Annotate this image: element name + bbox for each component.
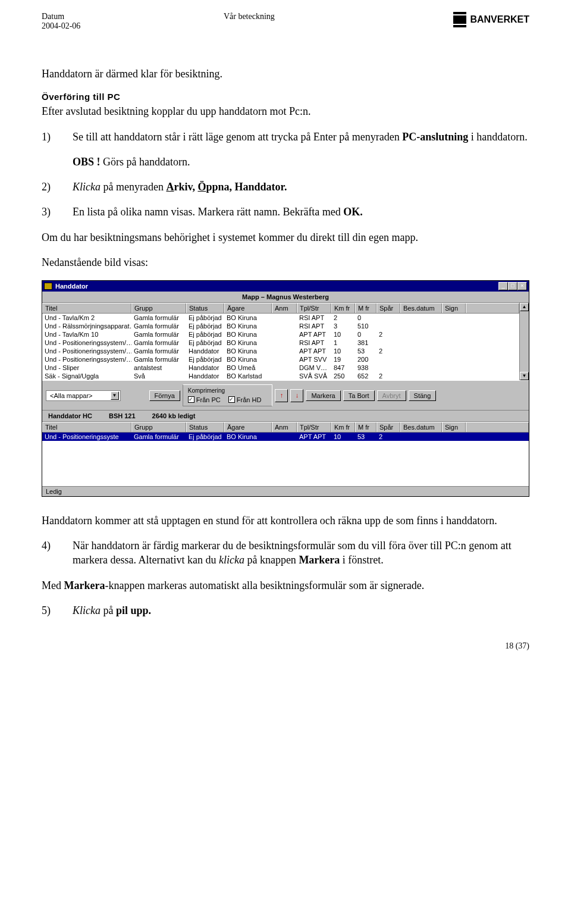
banverket-logo: BANVERKET [453,12,529,27]
table-row[interactable]: Und - Positioneringssyste Gamla formulär… [42,433,529,441]
mapp-dropdown[interactable]: <Alla mappar> ▼ [46,390,121,401]
step-4: 4) När handdatorn är färdig markerar du … [42,538,529,568]
checkbox-fran-hd[interactable]: ✓Från HD [228,396,262,403]
dropdown-value: <Alla mappar> [50,392,93,399]
paragraph: Med Markera-knappen markeras automatiskt… [42,578,529,593]
checkbox-fran-pc[interactable]: ✓Från PC [188,396,221,403]
chevron-down-icon[interactable]: ▼ [111,391,119,400]
grid-body-2[interactable]: Und - Positioneringssyste Gamla formulär… [42,433,529,486]
page-header: Datum 2004-02-06 Vår beteckning BANVERKE… [42,12,529,31]
col-header[interactable]: Grupp [131,303,186,313]
col-header[interactable]: Bes.datum [400,422,442,432]
col-header[interactable]: Tpl/Str [297,422,331,432]
handdator-window: Handdator _ □ × Mapp – Magnus Westerberg… [42,280,529,497]
section-title: Överföring till PC [42,92,529,102]
grid-body[interactable]: Und - Tavla/Km 2Gamla formulärEj påbörja… [42,314,519,380]
logo-text: BANVERKET [470,14,529,25]
col-header[interactable]: Status [186,303,224,313]
col-header[interactable]: M fr [355,422,377,432]
col-header[interactable]: M fr [355,303,377,313]
titlebar[interactable]: Handdator _ □ × [42,281,529,292]
col-header[interactable]: Ägare [224,422,272,432]
stang-button[interactable]: Stäng [409,390,437,401]
vertical-scrollbar[interactable]: ▲ ▼ [519,303,529,380]
step-text: Se till att handdatorn står i rätt läge … [73,130,528,144]
col-header[interactable]: Anm [272,303,297,313]
step-2: 2) Klicka på menyraden Arkiv, Öppna, Han… [42,180,529,194]
hd-id: BSH 121 [109,412,136,419]
step-number: 5) [42,603,56,618]
datum-value: 2004-02-06 [42,21,80,31]
upper-grid: Titel Grupp Status Ägare Anm Tpl/Str Km … [42,303,529,380]
step-3: 3) En lista på olika namn visas. Markera… [42,205,529,219]
paragraph: Efter avslutad besiktning kopplar du upp… [42,104,529,118]
col-header[interactable]: Ägare [224,303,272,313]
col-header[interactable]: Km fr [331,303,355,313]
col-header[interactable]: Anm [272,422,297,432]
mapp-banner: Mapp – Magnus Westerberg [42,292,529,303]
step-number: 2) [42,180,56,194]
grid-header-row: Titel Grupp Status Ägare Anm Tpl/Str Km … [42,303,519,314]
table-row[interactable]: Säk - Signal/UgglaSvåHanddatorBO Karlsta… [42,372,519,380]
header-beteckning: Vår beteckning [224,12,275,21]
step-text: En lista på olika namn visas. Markera rä… [73,205,363,219]
col-header[interactable]: Sign [442,422,466,432]
step-number: 4) [42,538,56,568]
step-1: 1) Se till att handdatorn står i rätt lä… [42,130,529,144]
step-number: 1) [42,130,56,144]
col-header[interactable]: Sign [442,303,466,313]
group-label: Komprimering [188,387,268,394]
window-title: Handdator [55,283,88,290]
col-header[interactable]: Tpl/Str [297,303,331,313]
step-text: Klicka på menyraden Arkiv, Öppna, Handda… [73,180,287,194]
datum-label: Datum [42,12,80,21]
header-datum: Datum 2004-02-06 [42,12,80,31]
table-row[interactable]: Und - Rälssmörjningsapparat…Gamla formul… [42,322,519,330]
col-header[interactable]: Status [186,422,224,432]
col-header[interactable]: Spår [377,422,400,432]
step-5: 5) Klicka på pil upp. [42,603,529,618]
tabort-button[interactable]: Ta Bort [343,390,375,401]
avbryt-button[interactable]: Avbryt [377,390,406,401]
arrow-down-button[interactable]: ↓ [290,389,303,402]
col-header[interactable]: Titel [42,303,131,313]
table-row[interactable]: Und - SliperantalstestHanddatorBO UmeåDG… [42,364,519,372]
window-controls: _ □ × [498,282,527,290]
fornya-button[interactable]: Förnya [149,390,180,401]
col-header[interactable]: Km fr [331,422,355,432]
hd-label: Handdator HC [48,412,92,419]
step-number: 3) [42,205,56,219]
obs-line: OBS ! Görs på handdatorn. [73,155,529,169]
app-icon [44,283,52,290]
maximize-button[interactable]: □ [508,282,517,290]
col-header[interactable]: Titel [42,422,131,432]
toolbar: <Alla mappar> ▼ Förnya Komprimering ✓Frå… [42,380,529,411]
paragraph: Handdatorn är därmed klar för besiktning… [42,67,529,81]
logo-mark-icon [453,12,466,27]
scroll-down-icon[interactable]: ▼ [520,372,529,380]
col-header[interactable]: Spår [377,303,400,313]
col-header[interactable]: Grupp [131,422,186,432]
arrow-up-button[interactable]: ↑ [275,389,288,402]
paragraph: Nedanstående bild visas: [42,255,529,270]
hd-space: 2640 kb ledigt [152,412,196,419]
status-bar: Ledig [42,486,529,496]
beteckning-label: Vår beteckning [224,12,275,21]
komprimering-group: Komprimering ✓Från PC ✓Från HD [183,384,273,406]
markera-button[interactable]: Markera [306,390,340,401]
table-row[interactable]: Und - Tavla/Km 2Gamla formulärEj påbörja… [42,314,519,322]
col-header[interactable]: Bes.datum [400,303,442,313]
paragraph: Handdatorn kommer att stå upptagen en st… [42,513,529,528]
handdator-banner: Handdator HC BSH 121 2640 kb ledigt [42,411,529,422]
scroll-up-icon[interactable]: ▲ [520,303,529,311]
minimize-button[interactable]: _ [498,282,508,290]
paragraph: Om du har besiktningsmans behörighet i s… [42,230,529,245]
grid-header-row-2: Titel Grupp Status Ägare Anm Tpl/Str Km … [42,422,529,433]
table-row[interactable]: Und - Positioneringssystem/…Gamla formul… [42,339,519,347]
table-row[interactable]: Und - Tavla/Km 10Gamla formulärEj påbörj… [42,330,519,339]
step-text: När handdatorn är färdig markerar du de … [73,538,529,568]
table-row[interactable]: Und - Positioneringssystem/…Gamla formul… [42,355,519,364]
table-row[interactable]: Und - Positioneringssystem/…Gamla formul… [42,347,519,355]
close-button[interactable]: × [517,282,527,290]
page-number: 18 (37) [42,641,529,651]
